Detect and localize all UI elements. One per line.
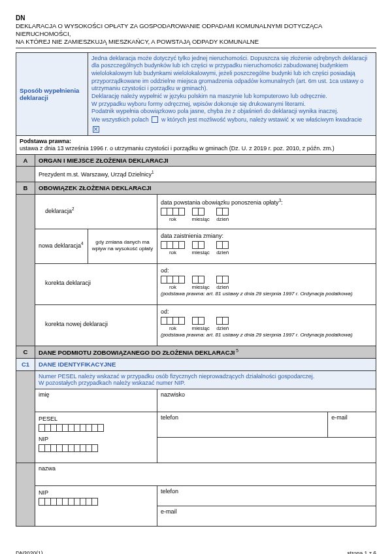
c1-title: DANE IDENTYFIKACYJNE <box>35 359 376 370</box>
sposob-label: Sposób wypełnienia deklaracji <box>16 52 88 136</box>
section-a-letter: A <box>16 155 35 167</box>
b-deklaracja-date[interactable]: data powstania obowiązku ponoszenia opła… <box>157 194 376 229</box>
b-nowa-date[interactable]: data zaistnienia zmiany: rok miesiąc dzi… <box>157 229 376 263</box>
b-korekta-cell: korekta deklaracji <box>35 263 157 304</box>
sposob-p3: W przypadku wyboru formy odręcznej, wpis… <box>91 101 306 107</box>
field-nazwisko[interactable]: nazwisko <box>157 389 376 412</box>
c1-spacer2 <box>16 463 35 527</box>
section-b-spacer <box>16 194 35 346</box>
sposob-p1: Jedna deklaracja może dotyczyć tylko jed… <box>91 55 367 92</box>
title-line2: NA KTÓREJ NIE ZAMIESZKUJĄ MIESZKAŃCY, A … <box>16 38 259 45</box>
b-nowa-sub: gdy zmiana danych ma wpływ na wysokość o… <box>88 229 157 263</box>
field-imie[interactable]: imię <box>35 389 157 412</box>
b-korekta-nowa-note: (podstawa prawna: art. 81 ustawy z dnia … <box>161 332 372 338</box>
section-c-letter: C <box>16 346 35 359</box>
field-nazwa[interactable]: nazwa <box>35 463 376 486</box>
field-telefon-1[interactable]: telefon <box>157 412 328 438</box>
sposob-p2: Deklarację należy wypełnić w języku pols… <box>91 93 327 99</box>
checkbox-filled-icon <box>93 126 99 133</box>
podstawa-text: ustawa z dnia 13 września 1996 r. o utrz… <box>20 145 335 152</box>
form-title: DEKLARACJA O WYSOKOŚCI OPŁATY ZA GOSPODA… <box>16 22 376 48</box>
sposob-p5a: We wszystkich polach <box>91 116 149 123</box>
section-c-title: DANE PODMIOTU ZOBOWIĄZANEGO DO ZŁOŻENIA … <box>35 346 376 359</box>
field-nip-2[interactable]: NIP <box>35 486 157 527</box>
b-nowa-cell: nowa deklaracja4 <box>35 229 88 263</box>
sposob-p5b: w których jest możliwość wyboru, należy … <box>161 116 291 123</box>
c1-spacer1 <box>16 370 35 463</box>
b-deklaracja-cell: deklaracja2 <box>35 194 157 229</box>
b-korekta-date[interactable]: od: rok miesiąc dzień (podstawa prawna: … <box>157 263 376 304</box>
c1-note: Numer PESEL należy wskazać w przypadku o… <box>35 370 376 389</box>
b-korekta-nowa-cell: korekta nowej deklaracji <box>35 304 157 346</box>
main-table: Sposób wypełnienia deklaracji Jedna dekl… <box>16 52 376 527</box>
b-korekta-nowa-date[interactable]: od: rok miesiąc dzień (podstawa prawna: … <box>157 304 376 346</box>
footer: DN2020(1) strona 1 z 6 <box>16 550 376 554</box>
checkbox-empty-icon <box>152 116 158 123</box>
c1-letter: C1 <box>16 359 35 370</box>
field-email-1[interactable]: e-mail <box>328 412 376 438</box>
field-pesel-nip[interactable]: PESEL NIP <box>35 412 157 463</box>
field-telefon-2[interactable]: telefon <box>157 486 376 506</box>
title-line1: DEKLARACJA O WYSOKOŚCI OPŁATY ZA GOSPODA… <box>16 22 322 37</box>
section-b-letter: B <box>16 182 35 194</box>
sposob-text: Jedna deklaracja może dotyczyć tylko jed… <box>88 52 376 136</box>
podstawa-prawna: Podstawa prawna: ustawa z dnia 13 wrześn… <box>16 136 376 155</box>
footer-right: strona 1 z 6 <box>348 550 376 554</box>
b-korekta-note: (podstawa prawna: art. 81 ustawy z dnia … <box>161 291 372 297</box>
podstawa-label: Podstawa prawna: <box>20 138 71 144</box>
sposob-p5c: we właściwym kwadracie <box>297 116 362 123</box>
footer-left: DN2020(1) <box>16 550 43 554</box>
section-a-title: ORGAN I MIEJSCE ZŁOŻENIA DEKLARACJI <box>35 155 376 167</box>
field-email-2[interactable]: e-mail <box>157 506 376 527</box>
section-a-content: Prezydent m.st. Warszawy, Urząd Dzielnic… <box>35 167 376 182</box>
field-blank-row[interactable] <box>157 438 376 463</box>
section-a-spacer <box>16 167 35 182</box>
section-b-title: OBOWIĄZEK ZŁOŻENIA DEKLARACJI <box>35 182 376 194</box>
sposob-p4: Podatnik wypełnia obowiązkowo pola jasne… <box>91 108 338 114</box>
form-code: DN <box>16 14 376 22</box>
